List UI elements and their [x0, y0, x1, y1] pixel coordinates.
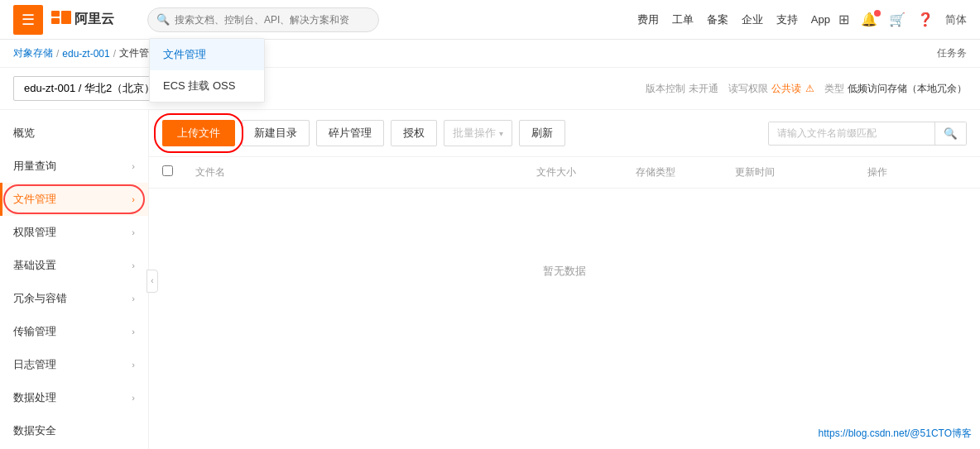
toolbar: 上传文件 新建目录 碎片管理 授权 批量操作 ▾ 刷新 🔍 — [149, 110, 980, 157]
breadcrumb: 对象存储 / edu-zt-001 / 文件管理 任务务 — [0, 40, 980, 68]
sidebar-item-redundancy[interactable]: 冗余与容错 › — [0, 282, 148, 315]
top-navigation: ☰ 阿里云 🔍 费用 工单 备案 企业 支持 App ⊞ 🔔 🛒 ❓ 简体 — [0, 0, 980, 40]
sidebar-label-filemanage: 文件管理 — [13, 192, 56, 207]
sidebar: 概览 用量查询 › 文件管理 › 权限管理 › 基础设置 › 冗余与容错 › 传… — [0, 110, 149, 449]
sidebar-label-redundancy: 冗余与容错 — [13, 291, 67, 306]
svg-rect-1 — [51, 18, 60, 24]
sidebar-item-basic[interactable]: 基础设置 › — [0, 249, 148, 282]
user-label[interactable]: 简体 — [945, 12, 967, 27]
col-updatetime: 更新时间 — [735, 165, 867, 179]
hamburger-menu-button[interactable]: ☰ — [13, 5, 43, 35]
file-search-button[interactable]: 🔍 — [934, 122, 966, 145]
access-type-value: 公共读 ⚠ — [771, 82, 814, 96]
upload-file-button[interactable]: 上传文件 — [162, 120, 235, 146]
nav-app[interactable]: App — [811, 13, 830, 26]
svg-rect-2 — [61, 11, 71, 24]
sidebar-label-dataprocess: 数据处理 — [13, 390, 56, 405]
logo-text: 阿里云 — [74, 11, 114, 28]
breadcrumb-object-storage[interactable]: 对象存储 — [13, 46, 53, 60]
breadcrumb-left: 对象存储 / edu-zt-001 / 文件管理 — [13, 46, 159, 60]
type-label: 类型 — [824, 82, 844, 96]
bucket-info: 版本控制 未开通 读写权限 公共读 ⚠ 类型 低频访问存储（本地冗余） — [646, 82, 967, 96]
search-icon: 🔍 — [156, 13, 170, 26]
auth-button[interactable]: 授权 — [391, 120, 437, 146]
nav-fees[interactable]: 费用 — [637, 12, 659, 27]
arrow-icon-filemanage: › — [132, 194, 135, 204]
type-value: 低频访问存储（本地冗余） — [848, 82, 967, 96]
screen-icon[interactable]: ⊞ — [838, 12, 849, 27]
arrow-icon-basic: › — [132, 260, 135, 270]
sidebar-item-permission[interactable]: 权限管理 › — [0, 216, 148, 249]
nav-links: 费用 工单 备案 企业 支持 App — [637, 12, 830, 27]
arrow-icon-transfer: › — [132, 327, 135, 337]
bell-icon[interactable]: 🔔 — [861, 12, 877, 27]
svg-rect-0 — [51, 11, 60, 17]
breadcrumb-right: 任务务 — [937, 46, 967, 60]
global-search-input[interactable] — [175, 14, 370, 26]
sidebar-item-log[interactable]: 日志管理 › — [0, 348, 148, 381]
sidebar-label-log: 日志管理 — [13, 357, 56, 372]
type-item: 类型 低频访问存储（本地冗余） — [824, 82, 967, 96]
col-checkbox — [162, 165, 195, 179]
version-control-item: 版本控制 未开通 — [646, 82, 718, 96]
arrow-icon-dataprocess: › — [132, 393, 135, 403]
sidebar-item-usage[interactable]: 用量查询 › — [0, 150, 148, 183]
nav-support[interactable]: 支持 — [776, 12, 798, 27]
cart-icon[interactable]: 🛒 — [889, 12, 906, 27]
upload-btn-wrapper: 上传文件 — [162, 120, 235, 146]
bucket-selector: edu-zt-001 / 华北2（北京） ▾ 版本控制 未开通 读写权限 公共读… — [0, 68, 980, 110]
help-icon[interactable]: ❓ — [917, 12, 934, 27]
fragment-manage-button[interactable]: 碎片管理 — [316, 120, 384, 146]
write-permission-item: 读写权限 公共读 ⚠ — [728, 82, 814, 96]
select-all-checkbox[interactable] — [162, 165, 173, 176]
sidebar-label-overview: 概览 — [13, 126, 35, 141]
new-directory-button[interactable]: 新建目录 — [242, 120, 310, 146]
arrow-icon-redundancy: › — [132, 294, 135, 303]
table-header: 文件名 文件大小 存储类型 更新时间 操作 — [149, 157, 980, 189]
sidebar-item-filemanage[interactable]: 文件管理 › — [0, 183, 148, 216]
notification-dot — [874, 10, 881, 17]
sidebar-label-permission: 权限管理 — [13, 225, 56, 240]
version-control-value: 未开通 — [689, 82, 718, 96]
sidebar-label-usage: 用量查询 — [13, 159, 56, 174]
sidebar-item-dataprocess[interactable]: 数据处理 › — [0, 381, 148, 414]
bucket-select-label: edu-zt-001 / 华北2（北京） — [24, 81, 155, 96]
sidebar-collapse-button[interactable]: ‹ — [147, 270, 158, 293]
sidebar-label-transfer: 传输管理 — [13, 324, 56, 339]
sidebar-label-datasecurity: 数据安全 — [13, 423, 56, 438]
col-actions: 操作 — [867, 165, 967, 179]
hamburger-icon: ☰ — [22, 11, 35, 29]
arrow-icon-usage: › — [132, 161, 135, 171]
content-area: 上传文件 新建目录 碎片管理 授权 批量操作 ▾ 刷新 🔍 文件名 文件大小 — [149, 110, 980, 449]
warning-icon: ⚠ — [805, 83, 814, 94]
col-filename: 文件名 — [195, 165, 536, 179]
breadcrumb-sep2: / — [113, 48, 116, 60]
nav-enterprise[interactable]: 企业 — [742, 12, 763, 27]
sidebar-item-datasecurity[interactable]: 数据安全 — [0, 414, 148, 447]
empty-data-message: 暂无数据 — [149, 189, 980, 354]
sidebar-item-transfer[interactable]: 传输管理 › — [0, 315, 148, 348]
file-search-area[interactable]: 🔍 — [768, 122, 967, 146]
col-storagetype: 存储类型 — [636, 165, 735, 179]
sidebar-item-overview[interactable]: 概览 — [0, 117, 148, 150]
write-permission-label: 读写权限 — [728, 82, 768, 96]
refresh-button[interactable]: 刷新 — [519, 120, 565, 146]
footer-link[interactable]: https://blog.csdn.net/@51CTO博客 — [819, 427, 972, 441]
nav-icons: ⊞ 🔔 🛒 ❓ 简体 — [838, 12, 967, 27]
arrow-icon-permission: › — [132, 227, 135, 237]
batch-operation-button[interactable]: 批量操作 ▾ — [444, 120, 512, 146]
col-filesize: 文件大小 — [536, 165, 636, 179]
arrow-icon-log: › — [132, 360, 135, 370]
breadcrumb-sep1: / — [56, 48, 59, 60]
version-control-label: 版本控制 — [646, 82, 685, 96]
logo-area: 阿里云 — [51, 9, 114, 30]
breadcrumb-bucket[interactable]: edu-zt-001 — [62, 48, 109, 60]
global-search-bar[interactable]: 🔍 — [147, 7, 379, 32]
nav-icp[interactable]: 备案 — [707, 12, 728, 27]
file-table: 文件名 文件大小 存储类型 更新时间 操作 暂无数据 — [149, 157, 980, 449]
batch-dropdown-icon: ▾ — [499, 129, 503, 138]
nav-tickets[interactable]: 工单 — [672, 12, 694, 27]
sidebar-label-basic: 基础设置 — [13, 258, 56, 273]
file-search-input[interactable] — [769, 122, 934, 144]
main-layout: 概览 用量查询 › 文件管理 › 权限管理 › 基础设置 › 冗余与容错 › 传… — [0, 110, 980, 449]
